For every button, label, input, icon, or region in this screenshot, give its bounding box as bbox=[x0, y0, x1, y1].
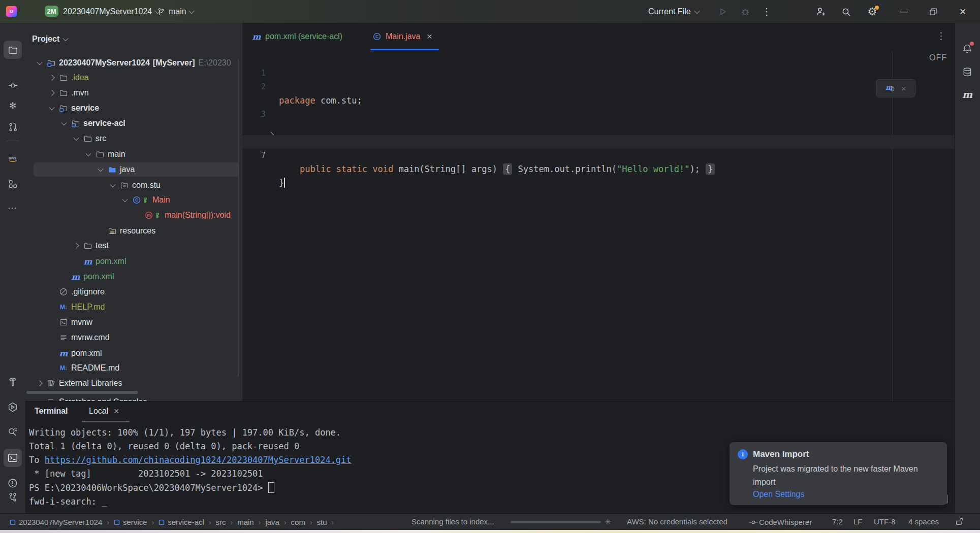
breadcrumb-item-20230407myserver1024[interactable]: 20230407MyServer1024 bbox=[10, 518, 102, 526]
close-icon[interactable]: ✕ bbox=[113, 407, 119, 415]
breadcrumb-item-java[interactable]: java bbox=[265, 518, 279, 526]
line-number[interactable]: 2 bbox=[242, 80, 266, 94]
tool-window-button-notifications[interactable] bbox=[958, 40, 976, 58]
breadcrumb-item-service[interactable]: service bbox=[114, 518, 147, 526]
intellij-logo-icon[interactable]: IJ bbox=[6, 0, 17, 23]
tree-item-scratches-and-consoles[interactable]: Scratches and Consoles bbox=[25, 394, 242, 401]
chevron-down-icon[interactable] bbox=[48, 106, 56, 110]
tree-item-help-md[interactable]: M↓HELP.md bbox=[25, 299, 242, 315]
editor-tab-pom-xml-service-acl[interactable]: m pom.xml (service-acl) bbox=[249, 23, 342, 50]
tool-window-button-database[interactable] bbox=[958, 63, 976, 81]
tool-window-button-ai-assistant[interactable]: ✻ bbox=[4, 96, 22, 115]
main-menu-icon[interactable] bbox=[24, 0, 35, 23]
tool-window-button-aws[interactable]: aws bbox=[4, 150, 22, 168]
tool-window-button-services[interactable] bbox=[4, 398, 22, 416]
project-view-selector[interactable]: Project bbox=[32, 31, 68, 47]
branch-selector[interactable]: main bbox=[153, 0, 194, 23]
chevron-right-icon[interactable] bbox=[48, 76, 56, 80]
tree-item-pom-xml[interactable]: mpom.xml bbox=[25, 346, 242, 361]
line-number[interactable]: 7 bbox=[242, 149, 266, 162]
tab-options-icon[interactable]: ⋮ bbox=[936, 30, 946, 42]
tree-item-com-stu[interactable]: com.stu bbox=[25, 178, 242, 193]
tree-item-resources[interactable]: resources bbox=[25, 223, 242, 239]
tool-window-button-more[interactable]: ⋯ bbox=[4, 199, 22, 217]
tool-window-button-maven[interactable]: m bbox=[958, 85, 976, 104]
tree-item-service[interactable]: service bbox=[25, 101, 242, 116]
tree-item-main[interactable]: CMain bbox=[25, 192, 242, 208]
minimize-button[interactable]: — bbox=[896, 4, 911, 19]
editor-tab-main-java[interactable]: C Main.java ✕ bbox=[369, 23, 432, 50]
tree-item-service-acl[interactable]: service-acl bbox=[25, 116, 242, 131]
run-button[interactable] bbox=[715, 4, 731, 19]
breadcrumb-item-stu[interactable]: stu bbox=[317, 518, 327, 526]
maven-reload-icon[interactable]: m bbox=[886, 84, 896, 93]
code-line-4[interactable]: 4 public static void main(String[] args)… bbox=[242, 121, 954, 135]
chevron-down-icon[interactable] bbox=[109, 183, 117, 187]
tree-item-mvnw-cmd[interactable]: mvnw.cmd bbox=[25, 330, 242, 345]
search-everywhere-icon[interactable] bbox=[838, 4, 853, 19]
tool-window-button-commit[interactable] bbox=[4, 76, 22, 94]
tree-item-readme-md[interactable]: M↓README.md bbox=[25, 360, 242, 376]
close-icon[interactable]: ✕ bbox=[426, 32, 432, 41]
project-badge[interactable]: 2M bbox=[45, 6, 58, 17]
tool-window-button-version-control[interactable] bbox=[4, 488, 22, 507]
code-line-3[interactable]: 3 public class Main { bbox=[242, 94, 954, 108]
line-separator-widget[interactable]: LF bbox=[853, 517, 863, 526]
tool-window-button-structure[interactable] bbox=[4, 175, 22, 193]
chevron-down-icon[interactable] bbox=[60, 121, 68, 125]
chevron-down-icon[interactable] bbox=[97, 168, 105, 172]
tree-item-pom-xml[interactable]: mpom.xml bbox=[25, 269, 242, 284]
tree-item-main-string-void[interactable]: mmain(String[]):void bbox=[25, 208, 242, 223]
breadcrumb-item-service-acl[interactable]: service-acl bbox=[159, 518, 204, 526]
encoding-widget[interactable]: UTF-8 bbox=[874, 517, 896, 526]
tool-window-button-find[interactable] bbox=[4, 423, 22, 441]
indexing-status-label[interactable]: Scanning files to index... bbox=[412, 517, 494, 526]
codewhisperer-widget[interactable]: CodeWhisperer bbox=[749, 514, 812, 530]
close-button[interactable]: ✕ bbox=[955, 4, 970, 19]
tree-item-external-libraries[interactable]: External Libraries bbox=[25, 376, 242, 391]
chevron-down-icon[interactable] bbox=[36, 61, 44, 65]
chevron-right-icon[interactable] bbox=[48, 91, 56, 95]
code-line-2[interactable]: 2 bbox=[242, 66, 954, 80]
tool-window-button-build-hammer[interactable] bbox=[4, 373, 22, 391]
more-actions-icon[interactable]: ⋮ bbox=[759, 4, 774, 19]
close-icon[interactable]: × bbox=[902, 84, 906, 93]
tree-item-pom-xml[interactable]: mpom.xml bbox=[25, 254, 242, 269]
run-config-selector[interactable]: Current File bbox=[648, 0, 699, 23]
tree-item-test[interactable]: test bbox=[25, 238, 242, 253]
code-line-1[interactable]: 1 package com.stu; bbox=[242, 53, 954, 66]
tree-item-mvnw[interactable]: mvnw bbox=[25, 315, 242, 330]
project-selector[interactable]: 20230407MyServer1024 bbox=[63, 0, 160, 23]
tree-item-java[interactable]: java bbox=[25, 162, 242, 177]
debug-button[interactable] bbox=[738, 4, 753, 19]
indent-widget[interactable]: 4 spaces bbox=[908, 517, 939, 526]
terminal-session-tab[interactable]: Local ✕ bbox=[89, 407, 119, 416]
code-with-me-icon[interactable] bbox=[813, 4, 828, 19]
tree-item-mvn[interactable]: .mvn bbox=[25, 85, 242, 101]
aws-credentials-widget[interactable]: AWS: No credentials selected bbox=[627, 517, 728, 526]
line-number[interactable]: 3 bbox=[242, 108, 266, 121]
tool-window-button-terminal[interactable] bbox=[4, 449, 22, 467]
tool-window-button-pull-requests[interactable] bbox=[4, 118, 22, 136]
caret-position-widget[interactable]: 7:2 bbox=[832, 517, 843, 526]
tool-window-button-project-folder[interactable] bbox=[4, 41, 22, 59]
code-line-7[interactable]: 7 } bbox=[242, 135, 954, 149]
tree-horizontal-scrollbar[interactable] bbox=[26, 391, 138, 394]
chevron-down-icon[interactable] bbox=[84, 152, 92, 156]
terminal-link[interactable]: https://github.com/chinacoding1024/20230… bbox=[45, 455, 352, 465]
tree-item-main[interactable]: main bbox=[25, 147, 242, 162]
restore-button[interactable] bbox=[926, 4, 941, 19]
chevron-right-icon[interactable] bbox=[72, 244, 80, 248]
chevron-right-icon[interactable] bbox=[36, 381, 44, 385]
tree-item-idea[interactable]: .idea bbox=[25, 70, 242, 85]
breadcrumb-item-com[interactable]: com bbox=[291, 518, 305, 526]
chevron-down-icon[interactable] bbox=[72, 137, 80, 141]
open-settings-link[interactable]: Open Settings bbox=[753, 490, 804, 499]
settings-gear-icon[interactable]: ⚙ bbox=[865, 4, 880, 19]
tree-vertical-scrollbar[interactable] bbox=[238, 59, 239, 377]
tree-item-src[interactable]: src bbox=[25, 131, 242, 146]
tree-item-20230407myserver1024[interactable]: 20230407MyServer1024 [MyServer]E:\20230 bbox=[25, 55, 242, 71]
breadcrumb-item-main[interactable]: main bbox=[237, 518, 254, 526]
tree-item-gitignore[interactable]: .gitignore bbox=[25, 284, 242, 299]
unlock-icon[interactable] bbox=[955, 517, 964, 526]
